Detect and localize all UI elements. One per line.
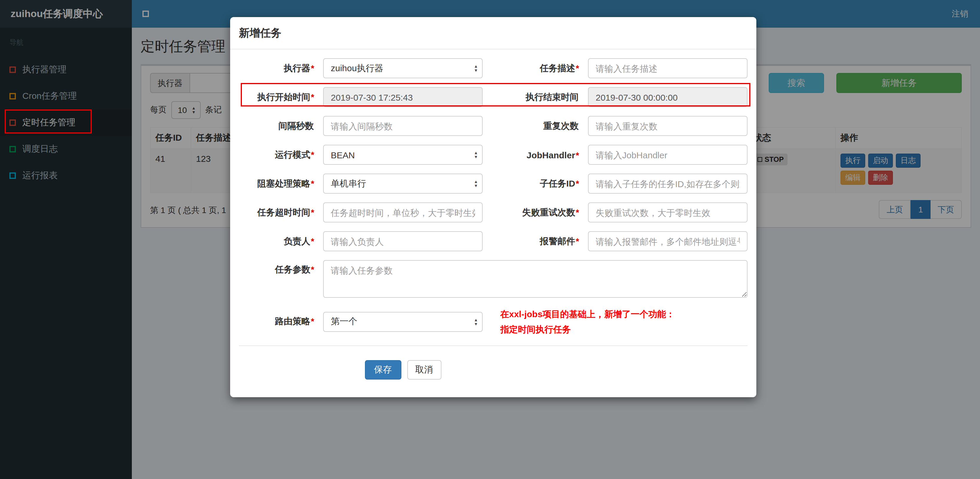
form-row-3: 间隔秒数 重复次数 bbox=[239, 116, 748, 136]
fail-retry-input[interactable] bbox=[588, 202, 748, 223]
feature-note-line1: 在xxl-jobs项目的基础上，新增了一个功能： bbox=[500, 307, 748, 321]
required-asterisk: * bbox=[311, 236, 314, 246]
modal-footer: 保存 取消 bbox=[239, 360, 748, 380]
owner-label: 负责人* bbox=[239, 236, 314, 247]
job-desc-label: 任务描述* bbox=[500, 63, 579, 74]
run-mode-label: 运行模式* bbox=[239, 149, 314, 160]
required-asterisk: * bbox=[576, 178, 579, 188]
start-time-label: 执行开始时间* bbox=[239, 92, 314, 103]
executor-select[interactable]: zuihou执行器 ▲▼ bbox=[323, 58, 483, 78]
job-handler-input[interactable] bbox=[588, 145, 748, 165]
job-param-label: 任务参数* bbox=[239, 260, 314, 275]
job-desc-input[interactable] bbox=[588, 58, 748, 78]
alarm-email-label: 报警邮件* bbox=[500, 236, 579, 247]
form-row-5: 阻塞处理策略* 单机串行 ▲▼ 子任务ID* bbox=[239, 173, 748, 194]
repeat-count-input[interactable] bbox=[588, 116, 748, 136]
fail-retry-label: 失败重试次数* bbox=[500, 207, 579, 218]
select-arrows-icon: ▲▼ bbox=[474, 180, 478, 188]
modal-title: 新增任务 bbox=[239, 26, 748, 40]
alarm-email-input[interactable] bbox=[588, 231, 748, 251]
job-param-textarea[interactable] bbox=[323, 260, 748, 298]
select-arrows-icon: ▲▼ bbox=[474, 151, 478, 159]
required-asterisk: * bbox=[311, 149, 314, 159]
child-job-label: 子任务ID* bbox=[500, 178, 579, 189]
required-asterisk: * bbox=[576, 236, 579, 246]
form-row-1: 执行器* zuihou执行器 ▲▼ 任务描述* bbox=[239, 58, 748, 78]
form-row-2-time: 执行开始时间* 执行结束时间 bbox=[239, 87, 748, 107]
start-time-input[interactable] bbox=[323, 87, 483, 107]
run-mode-select[interactable]: BEAN ▲▼ bbox=[323, 145, 483, 165]
cancel-button[interactable]: 取消 bbox=[407, 360, 441, 380]
required-asterisk: * bbox=[311, 92, 314, 102]
end-time-input[interactable] bbox=[588, 87, 748, 107]
run-mode-select-value: BEAN bbox=[331, 150, 355, 160]
block-strategy-label: 阻塞处理策略* bbox=[239, 178, 314, 189]
modal-body: 执行器* zuihou执行器 ▲▼ 任务描述* 执行开始时间* 执行结束时间 间… bbox=[230, 49, 756, 397]
feature-note-line2: 指定时间执行任务 bbox=[500, 321, 748, 337]
job-handler-label: JobHandler* bbox=[500, 150, 579, 160]
select-arrows-icon: ▲▼ bbox=[474, 317, 478, 326]
required-asterisk: * bbox=[576, 63, 579, 73]
executor-label: 执行器* bbox=[239, 63, 314, 74]
executor-select-value: zuihou执行器 bbox=[331, 63, 383, 74]
route-strategy-select-value: 第一个 bbox=[331, 316, 357, 327]
form-row-6: 任务超时时间* 失败重试次数* bbox=[239, 202, 748, 223]
required-asterisk: * bbox=[311, 264, 314, 274]
app-root: zuihou任务调度中心 注销 导航 执行器管理 Cron任务管理 定时任务管理… bbox=[0, 0, 980, 479]
interval-label: 间隔秒数 bbox=[239, 120, 314, 132]
required-asterisk: * bbox=[576, 150, 579, 160]
form-row-9-route: 路由策略* 第一个 ▲▼ 在xxl-jobs项目的基础上，新增了一个功能： 指定… bbox=[239, 307, 748, 337]
feature-note: 在xxl-jobs项目的基础上，新增了一个功能： 指定时间执行任务 bbox=[500, 307, 748, 337]
form-row-8-param: 任务参数* bbox=[239, 260, 748, 298]
required-asterisk: * bbox=[576, 207, 579, 217]
form-row-7: 负责人* 报警邮件* bbox=[239, 231, 748, 251]
add-job-modal: 新增任务 执行器* zuihou执行器 ▲▼ 任务描述* 执行开始时间* 执行结… bbox=[230, 17, 756, 397]
child-job-input[interactable] bbox=[588, 173, 748, 194]
save-button[interactable]: 保存 bbox=[364, 360, 401, 380]
owner-input[interactable] bbox=[323, 231, 483, 251]
select-arrows-icon: ▲▼ bbox=[474, 64, 478, 72]
required-asterisk: * bbox=[311, 316, 314, 326]
block-strategy-select[interactable]: 单机串行 ▲▼ bbox=[323, 173, 483, 194]
block-strategy-select-value: 单机串行 bbox=[331, 178, 366, 189]
required-asterisk: * bbox=[311, 63, 314, 73]
repeat-count-label: 重复次数 bbox=[500, 120, 579, 132]
route-strategy-select[interactable]: 第一个 ▲▼ bbox=[323, 312, 483, 332]
end-time-label: 执行结束时间 bbox=[500, 92, 579, 103]
route-strategy-label: 路由策略* bbox=[239, 316, 314, 327]
form-row-4: 运行模式* BEAN ▲▼ JobHandler* bbox=[239, 145, 748, 165]
required-asterisk: * bbox=[311, 207, 314, 217]
timeout-label: 任务超时时间* bbox=[239, 207, 314, 218]
timeout-input[interactable] bbox=[323, 202, 483, 223]
modal-divider bbox=[239, 345, 748, 346]
required-asterisk: * bbox=[311, 178, 314, 188]
interval-input[interactable] bbox=[323, 116, 483, 136]
modal-header: 新增任务 bbox=[230, 17, 756, 49]
